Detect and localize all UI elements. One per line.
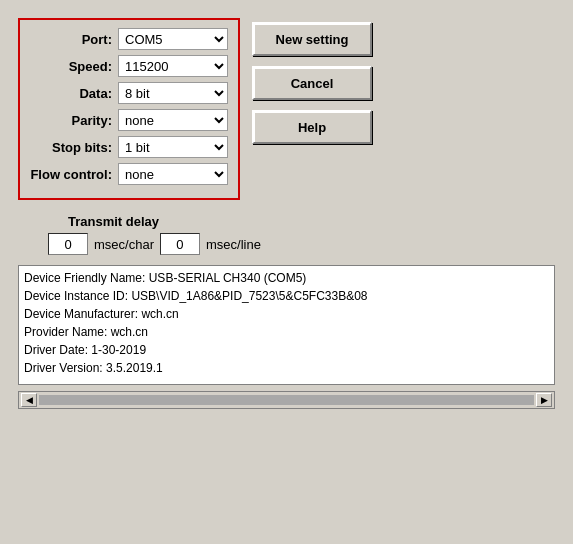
device-info-line-3: Device Manufacturer: wch.cn <box>24 305 549 323</box>
flowcontrol-label: Flow control: <box>30 167 112 182</box>
parity-select[interactable]: none odd even mark space <box>118 109 228 131</box>
speed-select[interactable]: 115200 9600 19200 38400 57600 230400 <box>118 55 228 77</box>
scroll-right-button[interactable]: ▶ <box>536 393 552 407</box>
parity-row: Parity: none odd even mark space <box>30 109 228 131</box>
data-select[interactable]: 8 bit 5 bit 6 bit 7 bit <box>118 82 228 104</box>
cancel-button[interactable]: Cancel <box>252 66 372 100</box>
msec-char-input[interactable] <box>48 233 88 255</box>
horizontal-scrollbar[interactable]: ◀ ▶ <box>18 391 555 409</box>
device-info-line-2: Device Instance ID: USB\VID_1A86&PID_752… <box>24 287 549 305</box>
msec-line-unit: msec/line <box>206 237 261 252</box>
new-setting-button[interactable]: New setting <box>252 22 372 56</box>
device-info-line-6: Driver Version: 3.5.2019.1 <box>24 359 549 377</box>
buttons-column: New setting Cancel Help <box>252 18 555 200</box>
port-select[interactable]: COM5 COM1 COM2 COM3 COM4 COM6 <box>118 28 228 50</box>
data-row: Data: 8 bit 5 bit 6 bit 7 bit <box>30 82 228 104</box>
main-container: Port: COM5 COM1 COM2 COM3 COM4 COM6 Spee… <box>8 8 565 419</box>
stopbits-label: Stop bits: <box>30 140 112 155</box>
stopbits-select[interactable]: 1 bit 1.5 bit 2 bit <box>118 136 228 158</box>
transmit-label: Transmit delay <box>38 214 159 229</box>
top-section: Port: COM5 COM1 COM2 COM3 COM4 COM6 Spee… <box>18 18 555 200</box>
flowcontrol-select[interactable]: none XON/XOFF RTS/CTS DSR/DTR <box>118 163 228 185</box>
settings-grid: Port: COM5 COM1 COM2 COM3 COM4 COM6 Spee… <box>18 18 240 200</box>
msec-line-input[interactable] <box>160 233 200 255</box>
device-info-line-5: Driver Date: 1-30-2019 <box>24 341 549 359</box>
transmit-section: Transmit delay msec/char msec/line <box>18 214 555 255</box>
parity-label: Parity: <box>30 113 112 128</box>
transmit-row: msec/char msec/line <box>38 233 261 255</box>
port-row: Port: COM5 COM1 COM2 COM3 COM4 COM6 <box>30 28 228 50</box>
speed-row: Speed: 115200 9600 19200 38400 57600 230… <box>30 55 228 77</box>
data-label: Data: <box>30 86 112 101</box>
scroll-track[interactable] <box>39 395 534 405</box>
port-label: Port: <box>30 32 112 47</box>
flowcontrol-row: Flow control: none XON/XOFF RTS/CTS DSR/… <box>30 163 228 185</box>
device-info-line-4: Provider Name: wch.cn <box>24 323 549 341</box>
scroll-left-button[interactable]: ◀ <box>21 393 37 407</box>
msec-char-unit: msec/char <box>94 237 154 252</box>
device-info-line-1: Device Friendly Name: USB-SERIAL CH340 (… <box>24 269 549 287</box>
stopbits-row: Stop bits: 1 bit 1.5 bit 2 bit <box>30 136 228 158</box>
help-button[interactable]: Help <box>252 110 372 144</box>
speed-label: Speed: <box>30 59 112 74</box>
device-info-container[interactable]: Device Friendly Name: USB-SERIAL CH340 (… <box>18 265 555 385</box>
